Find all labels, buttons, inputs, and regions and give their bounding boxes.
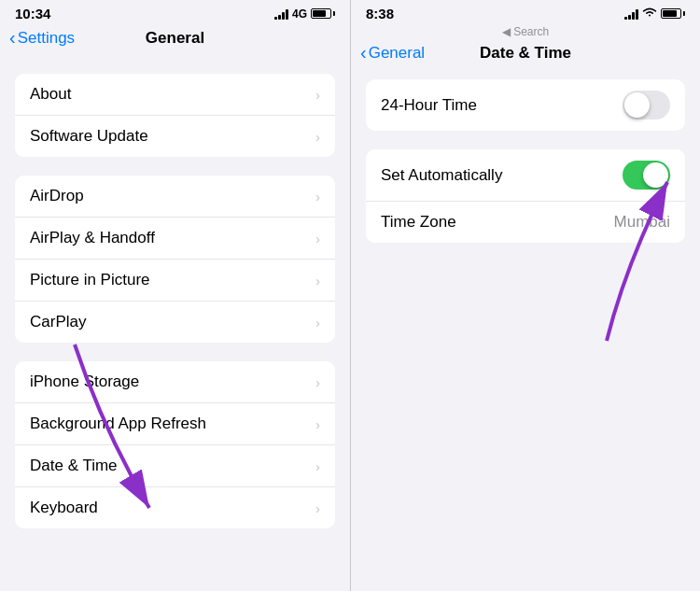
wifi-icon — [642, 7, 657, 21]
battery-icon — [311, 8, 335, 19]
left-nav-title: General — [146, 29, 204, 48]
right-nav-title: Date & Time — [480, 44, 571, 63]
signal-bars-icon — [274, 8, 288, 20]
bg-refresh-chevron-icon: › — [315, 416, 320, 432]
search-hint: ◀ Search — [351, 25, 700, 40]
right-status-icons — [624, 7, 685, 21]
iphone-storage-label: iPhone Storage — [30, 373, 139, 391]
settings-item-airplay-handoff[interactable]: AirPlay & Handoff › — [15, 218, 335, 260]
carplay-label: CarPlay — [30, 313, 86, 331]
right-nav-bar: ‹ General Date & Time — [351, 40, 700, 70]
settings-group-1: About › Software Update › — [15, 74, 335, 157]
pip-chevron-icon: › — [315, 273, 320, 288]
left-phone-panel: 10:34 4G ‹ Settings General About — [0, 0, 350, 591]
settings-item-picture-in-picture[interactable]: Picture in Picture › — [15, 260, 335, 302]
left-back-label: Settings — [18, 29, 75, 48]
settings-group-3: iPhone Storage › Background App Refresh … — [15, 361, 335, 528]
settings-item-airdrop[interactable]: AirDrop › — [15, 176, 335, 218]
right-status-bar: 8:38 — [351, 0, 700, 25]
settings-group-2: AirDrop › AirPlay & Handoff › Picture in… — [15, 176, 335, 343]
airplay-handoff-label: AirPlay & Handoff — [30, 229, 155, 247]
right-content: 24-Hour Time Set Automatically Time Zone… — [351, 70, 700, 591]
settings-item-background-app-refresh[interactable]: Background App Refresh › — [15, 403, 335, 445]
software-update-right: › — [315, 129, 320, 145]
set-automatically-toggle[interactable] — [623, 161, 670, 190]
left-status-time: 10:34 — [15, 6, 50, 21]
airdrop-label: AirDrop — [30, 187, 84, 205]
settings-item-iphone-storage[interactable]: iPhone Storage › — [15, 361, 335, 403]
bg-refresh-label: Background App Refresh — [30, 415, 206, 433]
right-back-button[interactable]: ‹ General — [360, 44, 425, 63]
right-chevron-left-icon: ‹ — [360, 43, 367, 62]
carplay-chevron-icon: › — [315, 315, 320, 331]
settings-item-about[interactable]: About › — [15, 74, 335, 116]
right-battery-icon — [661, 8, 685, 19]
date-time-label: Date & Time — [30, 457, 118, 475]
chevron-left-icon: ‹ — [9, 28, 16, 47]
time-zone-value: Mumbai — [614, 213, 670, 232]
right-signal-bars-icon — [624, 8, 638, 20]
iphone-storage-chevron-icon: › — [315, 374, 320, 390]
airdrop-chevron-icon: › — [315, 189, 320, 204]
right-group-2: Set Automatically Time Zone Mumbai — [366, 149, 685, 243]
search-hint-text: ◀ Search — [502, 25, 549, 38]
row-set-automatically[interactable]: Set Automatically — [366, 149, 685, 202]
network-label: 4G — [292, 7, 307, 21]
row-time-zone[interactable]: Time Zone Mumbai — [366, 202, 685, 243]
software-update-label: Software Update — [30, 127, 148, 146]
24-hour-time-label: 24-Hour Time — [381, 96, 477, 115]
left-status-icons: 4G — [274, 7, 335, 21]
date-time-chevron-icon: › — [315, 458, 320, 474]
software-update-chevron-icon: › — [315, 129, 320, 145]
settings-item-software-update[interactable]: Software Update › — [15, 116, 335, 157]
24-hour-time-toggle[interactable] — [623, 91, 670, 120]
left-back-button[interactable]: ‹ Settings — [9, 29, 75, 48]
left-status-bar: 10:34 4G — [0, 0, 350, 25]
toggle-knob — [624, 92, 650, 118]
right-group-1: 24-Hour Time — [366, 79, 685, 131]
settings-item-date-time[interactable]: Date & Time › — [15, 445, 335, 487]
keyboard-label: Keyboard — [30, 499, 98, 517]
set-auto-toggle-knob — [643, 162, 668, 188]
left-nav-bar: ‹ Settings General — [0, 25, 350, 55]
time-zone-label: Time Zone — [381, 213, 456, 232]
about-label: About — [30, 85, 71, 104]
settings-item-carplay[interactable]: CarPlay › — [15, 302, 335, 343]
right-phone-panel: 8:38 ◀ Search ‹ — [350, 0, 700, 591]
pip-label: Picture in Picture — [30, 271, 150, 289]
right-back-label: General — [369, 44, 425, 63]
about-chevron-icon: › — [315, 87, 320, 103]
airplay-chevron-icon: › — [315, 231, 320, 246]
right-status-time: 8:38 — [366, 6, 394, 21]
set-automatically-label: Set Automatically — [381, 166, 502, 185]
settings-item-keyboard[interactable]: Keyboard › — [15, 487, 335, 528]
keyboard-chevron-icon: › — [315, 500, 320, 516]
row-24-hour-time[interactable]: 24-Hour Time — [366, 79, 685, 131]
left-content: About › Software Update › AirDrop › AirP… — [0, 55, 350, 591]
about-right: › — [315, 87, 320, 103]
